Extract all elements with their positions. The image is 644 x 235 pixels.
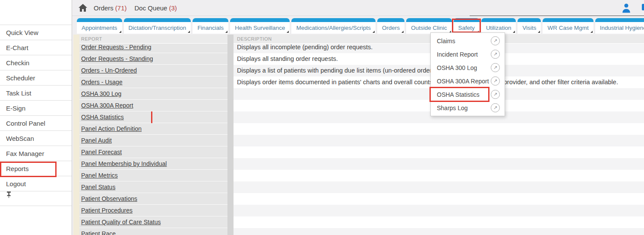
sidebar-pin-button[interactable]	[0, 191, 72, 206]
top-bar: Orders(71)Doc Queue(3)	[72, 0, 644, 16]
table-row: Order Requests - StandingDisplays all st…	[79, 53, 644, 65]
report-cell: Patient Quality of Care Status	[79, 216, 227, 228]
report-link-patient-quality-of-care-status[interactable]: Patient Quality of Care Status	[81, 216, 161, 228]
report-list-scrollbar[interactable]	[227, 35, 234, 235]
table-row: Orders - Un-OrderedDisplays a list of pa…	[79, 65, 644, 76]
open-in-new-icon[interactable]: ↗	[491, 103, 500, 112]
topbar-tab-doc-queue[interactable]: Doc Queue(3)	[135, 4, 177, 12]
description-text: Displays order items documented in patie…	[237, 76, 618, 88]
menu-item-osha-statistics[interactable]: OSHA Statistics↗	[431, 88, 505, 101]
tab-health-surveillance[interactable]: Health Surveillance	[230, 18, 290, 34]
tab-accent-cap	[518, 18, 541, 22]
home-icon[interactable]	[79, 4, 87, 12]
report-link-orders-un-ordered[interactable]: Orders - Un-Ordered	[81, 65, 137, 76]
menu-item-incident-report[interactable]: Incident Report↗	[431, 48, 505, 61]
report-link-osha-300-log[interactable]: OSHA 300 Log	[81, 88, 121, 99]
tab-industrial-hygiene[interactable]: Industrial Hygiene	[595, 18, 644, 34]
sidebar-item-quick-view[interactable]: Quick View	[0, 25, 72, 40]
tab-accent-cap	[454, 18, 480, 22]
sidebar-item-label: E-Sign	[6, 105, 25, 112]
report-link-order-requests-standing[interactable]: Order Requests - Standing	[81, 53, 153, 64]
tab-label: Orders	[382, 25, 400, 31]
tab-body: WR Case Mgmt	[543, 22, 593, 34]
report-link-panel-audit[interactable]: Panel Audit	[81, 135, 112, 146]
tab-dictation-transcription[interactable]: Dictation/Transcription	[124, 18, 191, 34]
report-rows: Order Requests - PendingDisplays all inc…	[79, 44, 644, 235]
topbar-tab-count: (71)	[115, 4, 127, 12]
sidebar-item-webscan[interactable]: WebScan	[0, 130, 72, 146]
tab-orders[interactable]: Orders	[377, 18, 404, 34]
report-link-osha-300a-report[interactable]: OSHA 300A Report	[81, 100, 133, 111]
tab-body: Industrial Hygiene	[595, 22, 644, 34]
sidebar-item-fax-manager[interactable]: Fax Manager	[0, 146, 72, 161]
description-cell	[234, 193, 644, 205]
description-cell	[234, 228, 644, 235]
report-link-osha-statistics[interactable]: OSHA Statistics	[81, 111, 124, 123]
sidebar-item-e-sign[interactable]: E-Sign	[0, 100, 72, 115]
open-in-new-icon[interactable]: ↗	[491, 90, 500, 99]
description-cell	[234, 123, 644, 135]
sidebar-item-checkin[interactable]: Checkin	[0, 55, 72, 70]
report-table: REPORT DESCRIPTION Order Requests - Pend…	[79, 35, 644, 235]
tab-accent-cap	[406, 18, 451, 22]
tab-outside-clinic[interactable]: Outside Clinic	[406, 18, 451, 34]
tab-safety[interactable]: Safety	[454, 18, 480, 34]
report-column-header: REPORT	[79, 35, 227, 43]
menu-item-osha-300a-report[interactable]: OSHA 300A Report↗	[431, 74, 505, 88]
report-link-panel-membership-by-individual[interactable]: Panel Membership by Individual	[81, 158, 167, 169]
report-link-panel-status[interactable]: Panel Status	[81, 181, 115, 193]
sidebar-item-scheduler[interactable]: Scheduler	[0, 70, 72, 85]
topbar-tab-label: Orders	[94, 4, 114, 12]
open-in-new-icon[interactable]: ↗	[491, 76, 500, 86]
user-icon[interactable]	[622, 3, 631, 13]
tab-financials[interactable]: Financials	[193, 18, 228, 34]
open-in-new-icon[interactable]: ↗	[491, 50, 500, 59]
menu-item-claims[interactable]: Claims↗	[431, 34, 505, 48]
tab-visits[interactable]: Visits	[518, 18, 541, 34]
report-cell: OSHA Statistics	[79, 111, 227, 123]
report-link-panel-action-definition[interactable]: Panel Action Definition	[81, 123, 142, 134]
tab-medications-allergies-scripts[interactable]: Medications/Allergies/Scripts	[291, 18, 376, 34]
tab-appointments[interactable]: Appointments	[77, 18, 122, 34]
tab-accent-cap	[481, 18, 516, 22]
tab-label: Visits	[522, 25, 536, 31]
sidebar-item-label: Checkin	[6, 59, 29, 67]
topbar-tab-orders[interactable]: Orders(71)	[94, 4, 127, 12]
sidebar-item-control-panel[interactable]: Control Panel	[0, 115, 72, 130]
report-link-patient-race[interactable]: Patient Race	[81, 228, 116, 235]
sidebar-item-task-list[interactable]: Task List	[0, 85, 72, 100]
report-cell: OSHA 300 Log	[79, 88, 227, 100]
sidebar-item-e-chart[interactable]: E-Chart	[0, 40, 72, 55]
clipped-user-label	[642, 4, 644, 10]
table-row: OSHA Statistics	[79, 111, 644, 123]
menu-item-label: OSHA 300 Log	[437, 64, 491, 71]
topbar-tab-count: (3)	[169, 4, 177, 12]
open-in-new-icon[interactable]: ↗	[491, 63, 500, 72]
sidebar-item-label: E-Chart	[6, 44, 28, 51]
tab-body: Medications/Allergies/Scripts	[291, 22, 376, 34]
menu-item-sharps-log[interactable]: Sharps Log↗	[431, 101, 505, 114]
tab-body: Dictation/Transcription	[124, 22, 191, 34]
description-text: Displays all incomplete (pending) order …	[237, 44, 373, 53]
tab-wr-case-mgmt[interactable]: WR Case Mgmt	[543, 18, 593, 34]
report-cell: Panel Status	[79, 181, 227, 193]
tab-label: WR Case Mgmt	[547, 25, 588, 31]
report-cell: OSHA 300A Report	[79, 100, 227, 111]
report-link-patient-observations[interactable]: Patient Observations	[81, 193, 137, 204]
tab-accent-cap	[291, 18, 376, 22]
report-link-panel-metrics[interactable]: Panel Metrics	[81, 170, 118, 181]
table-row: Patient Quality of Care Status	[79, 216, 644, 228]
sidebar-item-logout[interactable]: Logout	[0, 176, 72, 191]
menu-item-osha-300-log[interactable]: OSHA 300 Log↗	[431, 61, 505, 74]
description-cell	[234, 158, 644, 170]
sidebar-item-reports[interactable]: Reports	[0, 161, 72, 176]
sidebar-item-label: Task List	[6, 89, 31, 97]
report-link-patient-procedures[interactable]: Patient Procedures	[81, 205, 133, 216]
table-row: Patient Procedures	[79, 205, 644, 216]
report-link-panel-forecast[interactable]: Panel Forecast	[81, 146, 122, 158]
report-link-order-requests-pending[interactable]: Order Requests - Pending	[81, 44, 152, 53]
open-in-new-icon[interactable]: ↗	[491, 36, 500, 45]
report-link-orders-usage[interactable]: Orders - Usage	[81, 76, 123, 88]
report-cell: Panel Forecast	[79, 146, 227, 158]
tab-utilization[interactable]: Utilization	[481, 18, 516, 34]
